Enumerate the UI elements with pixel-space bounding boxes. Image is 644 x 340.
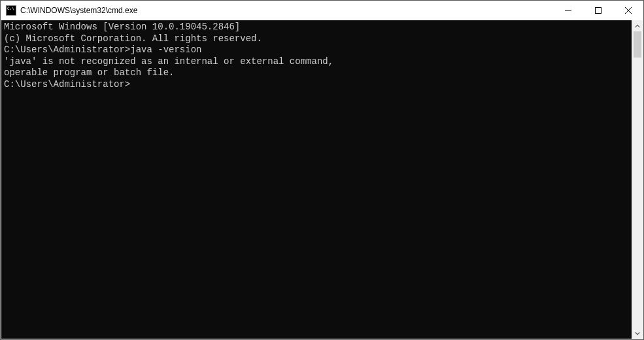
window-controls: [553, 1, 643, 20]
chevron-up-icon: [635, 24, 640, 29]
window-body: Microsoft Windows [Version 10.0.19045.28…: [1, 20, 643, 339]
terminal-line: 'java' is not recognized as an internal …: [4, 56, 629, 68]
scroll-down-button[interactable]: [632, 328, 643, 339]
terminal-line: (c) Microsoft Corporation. All rights re…: [4, 33, 629, 45]
titlebar-left: C:\WINDOWS\system32\cmd.exe: [6, 5, 137, 16]
maximize-button[interactable]: [583, 1, 613, 20]
terminal-output[interactable]: Microsoft Windows [Version 10.0.19045.28…: [1, 20, 632, 339]
terminal-line: C:\Users\Administrator>java -version: [4, 44, 629, 56]
chevron-down-icon: [635, 331, 640, 336]
close-icon: [625, 7, 632, 14]
scroll-track[interactable]: [632, 31, 643, 328]
svg-rect-1: [596, 8, 602, 14]
cmd-icon: [6, 5, 16, 16]
vertical-scrollbar[interactable]: [632, 20, 643, 339]
maximize-icon: [595, 7, 602, 14]
minimize-button[interactable]: [553, 1, 583, 20]
titlebar[interactable]: C:\WINDOWS\system32\cmd.exe: [1, 1, 643, 20]
scroll-thumb[interactable]: [634, 31, 641, 58]
terminal-line: Microsoft Windows [Version 10.0.19045.28…: [4, 22, 629, 33]
terminal-line: C:\Users\Administrator>: [4, 79, 629, 91]
minimize-icon: [565, 7, 571, 14]
cmd-window: C:\WINDOWS\system32\cmd.exe Microsoft Wi…: [0, 0, 644, 340]
window-title: C:\WINDOWS\system32\cmd.exe: [20, 6, 137, 15]
close-button[interactable]: [613, 1, 643, 20]
terminal-line: operable program or batch file.: [4, 67, 629, 79]
scroll-up-button[interactable]: [632, 20, 643, 31]
